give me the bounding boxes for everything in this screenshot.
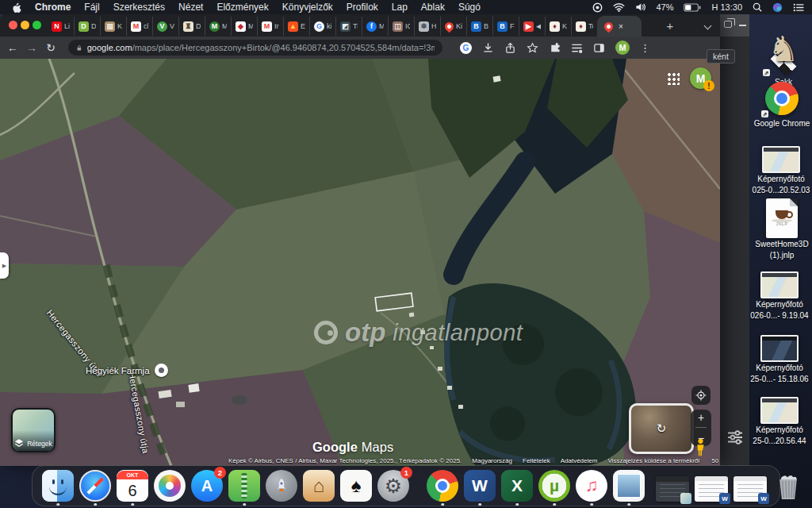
- new-tab-button[interactable]: +: [663, 18, 677, 33]
- browser-tab[interactable]: ▶◀◀: [519, 17, 545, 36]
- desktop-icon-sweethome3d[interactable]: JNLPSweetHome3D(1).jnlp: [750, 198, 812, 260]
- browser-tab[interactable]: ◫IC: [388, 17, 414, 36]
- back-button[interactable]: ←: [3, 41, 22, 54]
- forward-button[interactable]: →: [22, 41, 41, 54]
- dock-launcher[interactable]: [266, 470, 297, 502]
- control-center-icon[interactable]: [793, 3, 804, 12]
- account-avatar[interactable]: M !: [690, 67, 711, 89]
- dock-min-window[interactable]: [656, 470, 689, 502]
- install-app-icon[interactable]: [482, 42, 494, 54]
- browser-tab[interactable]: ♦Ká: [545, 17, 571, 36]
- window-zoom-button[interactable]: [33, 21, 41, 29]
- dock-chrome[interactable]: [427, 470, 458, 502]
- menu-item-szerkesztés[interactable]: Szerkesztés: [113, 2, 165, 13]
- browser-tab[interactable]: ◆M: [231, 17, 257, 36]
- siri-icon[interactable]: [772, 2, 783, 13]
- dock-min-window[interactable]: W: [733, 470, 767, 502]
- browser-tab[interactable]: BFI: [492, 17, 519, 36]
- dock-calendar[interactable]: OKT6: [117, 470, 148, 502]
- browser-tab[interactable]: ✽H: [414, 17, 440, 36]
- browser-tab[interactable]: Gki: [309, 17, 335, 36]
- satellite-imagery[interactable]: [0, 59, 720, 466]
- extensions-icon[interactable]: [549, 42, 561, 54]
- dock-sweethome3d[interactable]: ⌂: [303, 470, 335, 502]
- menu-item-súgó[interactable]: Súgó: [458, 2, 481, 13]
- bookmark-star-icon[interactable]: [527, 42, 538, 54]
- tab-search-chevron-icon[interactable]: [704, 23, 710, 29]
- browser-tab[interactable]: MM: [205, 17, 231, 36]
- dock-trash[interactable]: [772, 470, 804, 502]
- menu-item-chrome[interactable]: Chrome: [35, 2, 71, 13]
- desktop-icon-k-perny-fot-[interactable]: Képernyőfotó25-0...20.56.44: [748, 397, 811, 446]
- apple-menu-icon[interactable]: [11, 2, 21, 13]
- attribution-link[interactable]: Visszajelzés küldése a termékről: [607, 457, 699, 464]
- browser-tab[interactable]: ▤K: [100, 17, 126, 36]
- menu-item-fájl[interactable]: Fájl: [84, 2, 99, 13]
- minimize-window-icon[interactable]: [739, 25, 746, 26]
- layers-button[interactable]: Rétegek: [11, 408, 56, 452]
- attribution-link[interactable]: Adatvédelem: [561, 457, 598, 464]
- window-minimize-button[interactable]: [21, 21, 29, 29]
- menu-item-előzmények[interactable]: Előzmények: [216, 2, 268, 13]
- browser-tab[interactable]: MIr: [257, 17, 283, 36]
- dock-word[interactable]: W: [464, 470, 496, 502]
- browser-tab[interactable]: VV: [152, 17, 178, 36]
- address-bar[interactable]: google.com/maps/place/Hercegasszony+Birt…: [68, 40, 442, 56]
- menu-item-nézet[interactable]: Nézet: [178, 2, 203, 13]
- dock-excel[interactable]: X: [501, 470, 533, 502]
- volume-icon[interactable]: [635, 2, 645, 12]
- google-maps-canvas[interactable]: Hercegasszony útja Hercegasszony útja He…: [0, 59, 720, 466]
- place-label-farm[interactable]: Hegyiék Farmja: [86, 364, 168, 377]
- browser-tab[interactable]: DD: [74, 17, 100, 36]
- menu-item-profilok[interactable]: Profilok: [347, 2, 378, 13]
- background-window-edge[interactable]: [720, 14, 749, 466]
- desktop-icon-k-perny-fot-[interactable]: Képernyőfotó25-0...- 15.18.06: [748, 335, 811, 384]
- desktop-icon-sakk[interactable]: ♞↗Sakk: [752, 27, 812, 87]
- browser-tab[interactable]: BB.: [466, 17, 492, 36]
- google-apps-grid-icon[interactable]: [666, 71, 680, 85]
- window-close-button[interactable]: [9, 21, 17, 29]
- side-panel-expand-button[interactable]: ▶: [0, 252, 9, 279]
- place-pin-icon[interactable]: [155, 364, 168, 377]
- browser-tab[interactable]: fM: [362, 17, 388, 36]
- profile-avatar[interactable]: M: [615, 40, 630, 55]
- browser-tab[interactable]: NLi: [48, 17, 74, 36]
- menu-item-könyvjelzők[interactable]: Könyvjelzők: [282, 2, 333, 13]
- filters-icon[interactable]: [726, 429, 744, 449]
- battery-icon[interactable]: [684, 3, 701, 12]
- browser-tab[interactable]: Ki: [440, 17, 466, 36]
- google-account-icon[interactable]: G: [460, 42, 472, 54]
- attribution-link[interactable]: Magyarország: [472, 457, 512, 464]
- dock-unarchiver[interactable]: [228, 470, 260, 502]
- active-tab[interactable]: ×: [597, 16, 642, 37]
- menu-item-lap[interactable]: Lap: [392, 2, 408, 13]
- dock-min-window[interactable]: W: [695, 470, 728, 502]
- dock-finder[interactable]: [42, 470, 74, 502]
- reload-button[interactable]: ↻: [41, 41, 60, 54]
- wifi-icon[interactable]: [613, 2, 625, 12]
- dock-settings[interactable]: ⚙1: [377, 470, 409, 502]
- dock-card-game[interactable]: ♠: [340, 470, 372, 502]
- dock-utorrent[interactable]: µ: [538, 470, 570, 502]
- menu-item-ablak[interactable]: Ablak: [421, 2, 445, 13]
- my-location-button[interactable]: [691, 386, 710, 405]
- tab-close-icon[interactable]: ×: [619, 22, 623, 31]
- desktop-icon-k-perny-fot-[interactable]: Képernyőfotó026-0...- 9.19.04: [748, 271, 811, 321]
- pegman-street-view[interactable]: [695, 438, 707, 460]
- desktop-icon-google-chrome[interactable]: ↗Google Chrome: [750, 79, 812, 129]
- desktop-icon-k-perny-fot-[interactable]: Képernyőfotó025-0...20.52.03: [749, 146, 812, 195]
- browser-tab[interactable]: ♜D: [178, 17, 205, 36]
- side-panel-icon[interactable]: [593, 42, 605, 54]
- dock-app-store[interactable]: A2: [191, 470, 223, 502]
- restore-window-icon[interactable]: [724, 21, 732, 28]
- zoom-in-button[interactable]: +: [698, 411, 704, 424]
- dock-mail[interactable]: [613, 470, 645, 502]
- dock-safari[interactable]: [79, 470, 111, 502]
- dock-photos[interactable]: [154, 470, 186, 502]
- menubar-clock[interactable]: H 13:30: [711, 2, 742, 12]
- browser-tab[interactable]: ▲El: [283, 17, 309, 36]
- attribution-link[interactable]: Feltételek: [523, 457, 550, 464]
- tab-groups-icon[interactable]: [571, 42, 583, 54]
- browser-tab[interactable]: ◩Ti: [335, 17, 362, 36]
- spotlight-icon[interactable]: [753, 2, 762, 12]
